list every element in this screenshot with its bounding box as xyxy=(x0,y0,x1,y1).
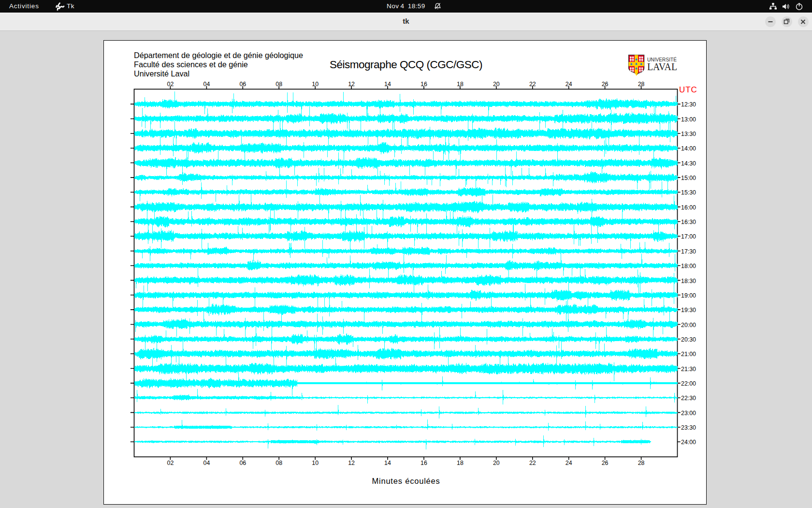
svg-text:20: 20 xyxy=(493,81,500,88)
svg-text:04: 04 xyxy=(203,460,210,466)
svg-text:02: 02 xyxy=(167,81,174,88)
svg-text:14:00: 14:00 xyxy=(681,145,696,152)
svg-text:14: 14 xyxy=(384,81,391,88)
svg-text:21:30: 21:30 xyxy=(681,366,696,373)
svg-text:15:00: 15:00 xyxy=(681,175,696,181)
svg-text:16:00: 16:00 xyxy=(681,204,696,211)
svg-text:12: 12 xyxy=(348,81,355,88)
svg-text:22:30: 22:30 xyxy=(681,395,696,402)
svg-text:06: 06 xyxy=(239,81,246,88)
svg-text:21:00: 21:00 xyxy=(681,351,696,358)
svg-text:26: 26 xyxy=(602,460,609,466)
svg-text:28: 28 xyxy=(638,81,645,88)
svg-text:19:30: 19:30 xyxy=(681,307,696,314)
svg-text:06: 06 xyxy=(239,460,246,466)
svg-text:12: 12 xyxy=(348,460,355,466)
svg-text:LAVAL: LAVAL xyxy=(647,61,677,73)
svg-text:15:30: 15:30 xyxy=(681,189,696,196)
svg-text:24:00: 24:00 xyxy=(681,439,696,446)
svg-text:24: 24 xyxy=(566,81,572,88)
svg-text:12:30: 12:30 xyxy=(681,101,696,108)
svg-text:22: 22 xyxy=(529,460,536,466)
svg-text:18:30: 18:30 xyxy=(681,278,696,284)
svg-text:20:30: 20:30 xyxy=(681,336,696,343)
svg-text:17:30: 17:30 xyxy=(681,248,696,255)
svg-text:19:00: 19:00 xyxy=(681,292,696,299)
svg-text:26: 26 xyxy=(602,81,609,88)
svg-text:14: 14 xyxy=(384,460,391,466)
svg-text:16:30: 16:30 xyxy=(681,219,696,225)
svg-text:18: 18 xyxy=(457,81,464,88)
svg-text:16: 16 xyxy=(420,460,427,466)
svg-text:17:00: 17:00 xyxy=(681,233,696,240)
svg-text:08: 08 xyxy=(276,81,282,88)
svg-text:18: 18 xyxy=(457,460,464,466)
svg-text:13:30: 13:30 xyxy=(681,131,696,137)
svg-text:28: 28 xyxy=(638,460,645,466)
svg-text:23:30: 23:30 xyxy=(681,424,696,431)
svg-text:13:00: 13:00 xyxy=(681,116,696,123)
svg-text:22: 22 xyxy=(529,81,536,88)
svg-text:18:00: 18:00 xyxy=(681,263,696,269)
svg-text:16: 16 xyxy=(420,81,427,88)
svg-text:14:30: 14:30 xyxy=(681,160,696,167)
svg-text:10: 10 xyxy=(312,81,319,88)
svg-text:08: 08 xyxy=(276,460,282,466)
svg-text:10: 10 xyxy=(312,460,319,466)
svg-text:24: 24 xyxy=(566,460,572,466)
svg-text:23:00: 23:00 xyxy=(681,410,696,417)
svg-text:04: 04 xyxy=(203,81,210,88)
svg-text:22:00: 22:00 xyxy=(681,380,696,387)
svg-text:20: 20 xyxy=(493,460,500,466)
svg-text:02: 02 xyxy=(167,460,174,466)
svg-text:20:00: 20:00 xyxy=(681,322,696,329)
